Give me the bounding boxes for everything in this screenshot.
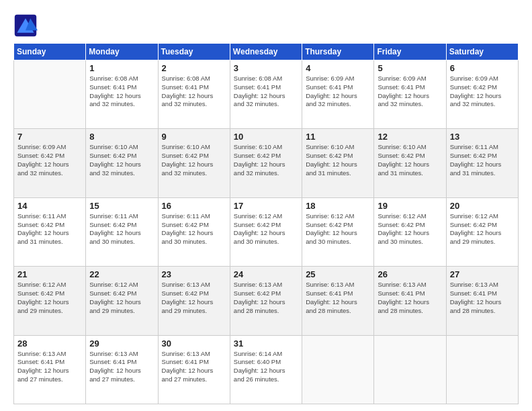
day-cell: 17Sunrise: 6:12 AMSunset: 6:42 PMDayligh… xyxy=(230,197,302,266)
day-cell: 4Sunrise: 6:09 AMSunset: 6:41 PMDaylight… xyxy=(302,60,374,129)
day-cell: 2Sunrise: 6:08 AMSunset: 6:41 PMDaylight… xyxy=(158,60,230,129)
week-row-1: 1Sunrise: 6:08 AMSunset: 6:41 PMDaylight… xyxy=(14,60,519,129)
day-cell xyxy=(446,335,518,404)
day-info: Sunrise: 6:09 AMSunset: 6:41 PMDaylight:… xyxy=(378,75,442,109)
day-number: 15 xyxy=(89,201,154,211)
dow-header-sunday: Sunday xyxy=(14,44,86,60)
day-number: 16 xyxy=(162,201,226,211)
day-info: Sunrise: 6:13 AMSunset: 6:42 PMDaylight:… xyxy=(162,281,226,315)
week-row-2: 7Sunrise: 6:09 AMSunset: 6:42 PMDaylight… xyxy=(14,129,519,197)
day-info: Sunrise: 6:10 AMSunset: 6:42 PMDaylight:… xyxy=(234,143,298,177)
day-cell: 30Sunrise: 6:13 AMSunset: 6:41 PMDayligh… xyxy=(158,335,230,404)
day-info: Sunrise: 6:08 AMSunset: 6:41 PMDaylight:… xyxy=(162,75,226,109)
day-number: 20 xyxy=(450,201,515,211)
day-info: Sunrise: 6:14 AMSunset: 6:40 PMDaylight:… xyxy=(234,350,298,384)
day-cell: 31Sunrise: 6:14 AMSunset: 6:40 PMDayligh… xyxy=(230,335,302,404)
day-number: 4 xyxy=(306,63,370,73)
dow-header-friday: Friday xyxy=(374,44,446,60)
day-number: 5 xyxy=(378,63,442,73)
day-number: 29 xyxy=(89,338,154,349)
day-number: 21 xyxy=(17,269,82,279)
day-cell xyxy=(14,60,86,129)
day-number: 25 xyxy=(306,269,370,279)
day-cell: 14Sunrise: 6:11 AMSunset: 6:42 PMDayligh… xyxy=(14,197,86,266)
day-cell: 3Sunrise: 6:08 AMSunset: 6:41 PMDaylight… xyxy=(230,60,302,129)
day-info: Sunrise: 6:08 AMSunset: 6:41 PMDaylight:… xyxy=(234,75,298,109)
day-cell: 10Sunrise: 6:10 AMSunset: 6:42 PMDayligh… xyxy=(230,129,302,197)
day-info: Sunrise: 6:11 AMSunset: 6:42 PMDaylight:… xyxy=(162,212,226,246)
day-cell: 24Sunrise: 6:13 AMSunset: 6:42 PMDayligh… xyxy=(230,267,302,335)
day-cell: 6Sunrise: 6:09 AMSunset: 6:42 PMDaylight… xyxy=(446,60,518,129)
day-number: 23 xyxy=(162,269,226,279)
week-row-3: 14Sunrise: 6:11 AMSunset: 6:42 PMDayligh… xyxy=(14,197,519,266)
day-cell: 8Sunrise: 6:10 AMSunset: 6:42 PMDaylight… xyxy=(86,129,158,197)
day-cell: 26Sunrise: 6:13 AMSunset: 6:41 PMDayligh… xyxy=(374,267,446,335)
day-number: 11 xyxy=(306,132,370,142)
day-info: Sunrise: 6:11 AMSunset: 6:42 PMDaylight:… xyxy=(450,143,515,177)
day-info: Sunrise: 6:13 AMSunset: 6:41 PMDaylight:… xyxy=(306,281,370,315)
day-number: 1 xyxy=(89,63,154,73)
day-number: 31 xyxy=(234,338,298,349)
day-cell: 28Sunrise: 6:13 AMSunset: 6:41 PMDayligh… xyxy=(14,335,86,404)
day-number: 6 xyxy=(450,63,515,73)
week-row-5: 28Sunrise: 6:13 AMSunset: 6:41 PMDayligh… xyxy=(14,335,519,404)
day-number: 2 xyxy=(162,63,226,73)
day-number: 30 xyxy=(162,338,226,349)
day-info: Sunrise: 6:09 AMSunset: 6:42 PMDaylight:… xyxy=(450,75,515,109)
day-cell: 22Sunrise: 6:12 AMSunset: 6:42 PMDayligh… xyxy=(86,267,158,335)
day-info: Sunrise: 6:12 AMSunset: 6:42 PMDaylight:… xyxy=(378,212,442,246)
logo-icon xyxy=(13,13,38,38)
day-info: Sunrise: 6:13 AMSunset: 6:41 PMDaylight:… xyxy=(378,281,442,315)
day-number: 19 xyxy=(378,201,442,211)
day-cell: 13Sunrise: 6:11 AMSunset: 6:42 PMDayligh… xyxy=(446,129,518,197)
day-number: 12 xyxy=(378,132,442,142)
day-cell: 1Sunrise: 6:08 AMSunset: 6:41 PMDaylight… xyxy=(86,60,158,129)
day-info: Sunrise: 6:13 AMSunset: 6:41 PMDaylight:… xyxy=(162,350,226,384)
days-of-week-row: SundayMondayTuesdayWednesdayThursdayFrid… xyxy=(14,44,519,60)
day-number: 18 xyxy=(306,201,370,211)
day-cell: 23Sunrise: 6:13 AMSunset: 6:42 PMDayligh… xyxy=(158,267,230,335)
day-info: Sunrise: 6:10 AMSunset: 6:42 PMDaylight:… xyxy=(378,143,442,177)
day-cell: 20Sunrise: 6:12 AMSunset: 6:42 PMDayligh… xyxy=(446,197,518,266)
day-info: Sunrise: 6:11 AMSunset: 6:42 PMDaylight:… xyxy=(17,212,82,246)
day-number: 26 xyxy=(378,269,442,279)
day-cell: 5Sunrise: 6:09 AMSunset: 6:41 PMDaylight… xyxy=(374,60,446,129)
day-number: 10 xyxy=(234,132,298,142)
week-row-4: 21Sunrise: 6:12 AMSunset: 6:42 PMDayligh… xyxy=(14,267,519,335)
day-info: Sunrise: 6:09 AMSunset: 6:41 PMDaylight:… xyxy=(306,75,370,109)
day-info: Sunrise: 6:10 AMSunset: 6:42 PMDaylight:… xyxy=(89,143,154,177)
day-cell: 12Sunrise: 6:10 AMSunset: 6:42 PMDayligh… xyxy=(374,129,446,197)
day-cell: 7Sunrise: 6:09 AMSunset: 6:42 PMDaylight… xyxy=(14,129,86,197)
dow-header-tuesday: Tuesday xyxy=(158,44,230,60)
calendar-table: SundayMondayTuesdayWednesdayThursdayFrid… xyxy=(13,43,519,404)
day-cell: 15Sunrise: 6:11 AMSunset: 6:42 PMDayligh… xyxy=(86,197,158,266)
day-cell: 19Sunrise: 6:12 AMSunset: 6:42 PMDayligh… xyxy=(374,197,446,266)
day-info: Sunrise: 6:13 AMSunset: 6:41 PMDaylight:… xyxy=(89,350,154,384)
day-info: Sunrise: 6:13 AMSunset: 6:41 PMDaylight:… xyxy=(450,281,515,315)
day-number: 7 xyxy=(17,132,82,142)
day-cell: 27Sunrise: 6:13 AMSunset: 6:41 PMDayligh… xyxy=(446,267,518,335)
day-info: Sunrise: 6:11 AMSunset: 6:42 PMDaylight:… xyxy=(89,212,154,246)
day-cell: 29Sunrise: 6:13 AMSunset: 6:41 PMDayligh… xyxy=(86,335,158,404)
day-number: 9 xyxy=(162,132,226,142)
day-cell: 16Sunrise: 6:11 AMSunset: 6:42 PMDayligh… xyxy=(158,197,230,266)
day-info: Sunrise: 6:13 AMSunset: 6:42 PMDaylight:… xyxy=(234,281,298,315)
day-cell: 21Sunrise: 6:12 AMSunset: 6:42 PMDayligh… xyxy=(14,267,86,335)
logo xyxy=(13,13,40,38)
dow-header-monday: Monday xyxy=(86,44,158,60)
day-info: Sunrise: 6:10 AMSunset: 6:42 PMDaylight:… xyxy=(162,143,226,177)
day-info: Sunrise: 6:13 AMSunset: 6:41 PMDaylight:… xyxy=(17,350,82,384)
day-number: 17 xyxy=(234,201,298,211)
dow-header-wednesday: Wednesday xyxy=(230,44,302,60)
day-info: Sunrise: 6:12 AMSunset: 6:42 PMDaylight:… xyxy=(450,212,515,246)
day-info: Sunrise: 6:12 AMSunset: 6:42 PMDaylight:… xyxy=(89,281,154,315)
day-cell xyxy=(374,335,446,404)
day-cell: 25Sunrise: 6:13 AMSunset: 6:41 PMDayligh… xyxy=(302,267,374,335)
day-cell: 18Sunrise: 6:12 AMSunset: 6:42 PMDayligh… xyxy=(302,197,374,266)
dow-header-thursday: Thursday xyxy=(302,44,374,60)
day-number: 13 xyxy=(450,132,515,142)
day-number: 22 xyxy=(89,269,154,279)
page-header xyxy=(13,13,519,38)
day-number: 28 xyxy=(17,338,82,349)
day-cell: 11Sunrise: 6:10 AMSunset: 6:42 PMDayligh… xyxy=(302,129,374,197)
